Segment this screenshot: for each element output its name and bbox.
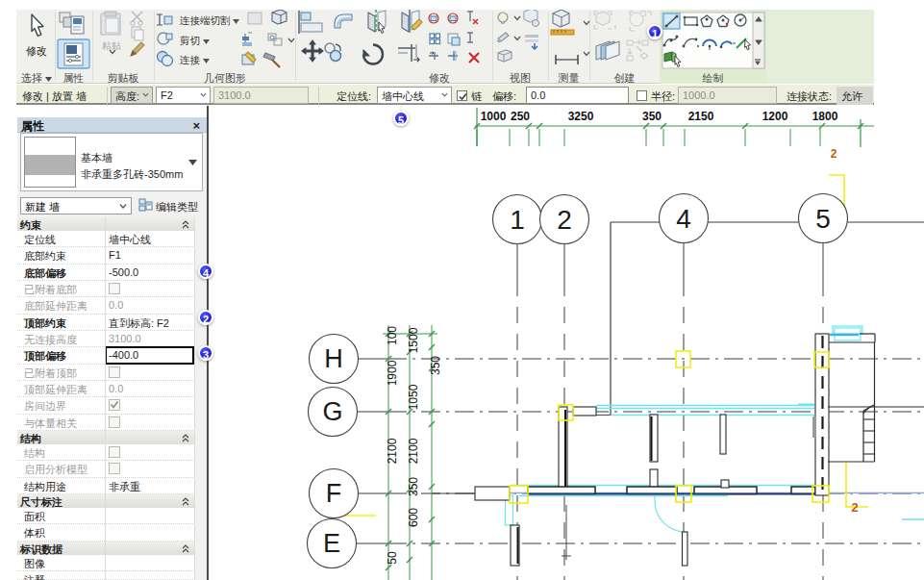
svg-text:F: F <box>326 479 342 508</box>
svg-text:H: H <box>324 344 343 373</box>
svg-text:2150: 2150 <box>688 110 714 123</box>
svg-text:1050: 1050 <box>407 384 420 410</box>
svg-text:2: 2 <box>831 147 837 161</box>
svg-text:1000: 1000 <box>481 110 507 123</box>
svg-text:E: E <box>323 529 340 558</box>
svg-text:3250: 3250 <box>568 110 594 123</box>
svg-text:4: 4 <box>676 204 691 234</box>
svg-text:600: 600 <box>407 508 420 527</box>
svg-text:50: 50 <box>386 551 399 565</box>
svg-text:100: 100 <box>386 326 399 345</box>
svg-text:2100: 2100 <box>407 438 420 464</box>
svg-text:250: 250 <box>511 110 530 123</box>
svg-text:G: G <box>322 397 342 426</box>
svg-text:5: 5 <box>815 204 831 234</box>
svg-text:350: 350 <box>429 356 442 375</box>
svg-text:1800: 1800 <box>812 110 838 123</box>
svg-text:2: 2 <box>557 205 572 235</box>
svg-text:350: 350 <box>407 477 420 496</box>
svg-text:2100: 2100 <box>386 438 399 464</box>
svg-text:2: 2 <box>851 500 858 515</box>
svg-text:1900: 1900 <box>386 360 399 386</box>
svg-text:350: 350 <box>642 110 662 123</box>
svg-text:1500: 1500 <box>407 327 420 353</box>
svg-text:1200: 1200 <box>762 110 788 123</box>
svg-text:1: 1 <box>510 205 525 235</box>
